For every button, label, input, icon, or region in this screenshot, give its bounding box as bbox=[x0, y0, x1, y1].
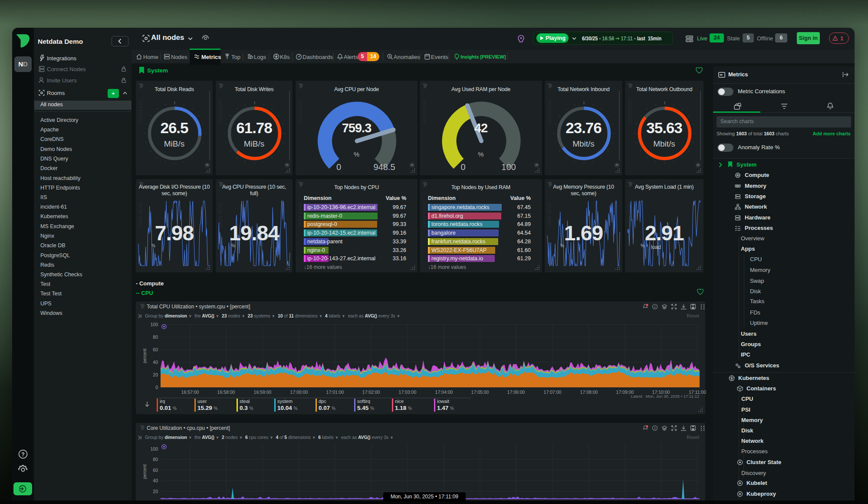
svg-text:?: ? bbox=[21, 452, 24, 458]
